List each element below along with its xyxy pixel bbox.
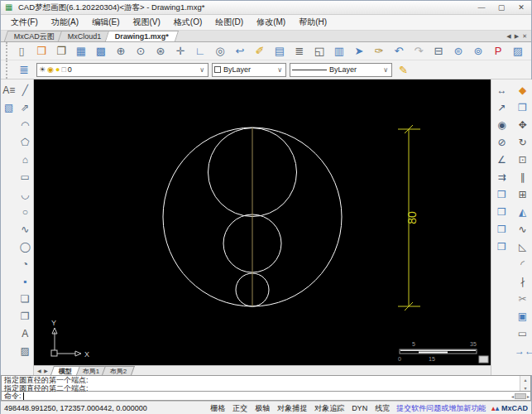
zoom-center-icon[interactable]: ◎ (210, 43, 230, 60)
layer-bulb-icon[interactable]: ● (55, 64, 60, 76)
scrollbar-thumb[interactable] (515, 393, 526, 399)
linetype-edit-pencil-icon[interactable]: ✎ (399, 64, 408, 76)
dim-continue-icon[interactable]: ⇉ (494, 169, 510, 186)
save-icon[interactable]: ▦ (71, 43, 91, 60)
status-toggle[interactable]: 线宽 (372, 403, 392, 414)
close-button[interactable]: ✕ (511, 2, 531, 14)
arc-icon[interactable]: ◠ (17, 117, 33, 134)
vertical-dimension-80[interactable]: 80 (398, 125, 420, 310)
scroll-right-icon[interactable]: ▸ (527, 393, 530, 399)
color-palette-icon[interactable]: ▤ (270, 43, 290, 60)
menu-item[interactable]: 格式(O) (167, 15, 208, 30)
layout-tab[interactable]: 布局2 (102, 366, 135, 375)
print-icon[interactable]: ⊟ (429, 43, 448, 60)
dim-aligned-icon[interactable]: ↗ (494, 99, 510, 117)
canvas-corner-grip[interactable] (479, 356, 488, 363)
ellipse-arc-icon[interactable]: ◔ (17, 256, 33, 273)
mtext-lines-icon[interactable]: ≣ (290, 43, 309, 60)
zoom-scale-icon[interactable]: ⊕ (111, 43, 131, 60)
move-icon[interactable]: ✥ (515, 117, 530, 134)
tab-close-icon[interactable]: ✕ (522, 33, 527, 40)
quick-dim-icon[interactable]: ❒ (494, 204, 510, 221)
mtext-icon[interactable]: A≡ (1, 82, 17, 99)
save-as-icon[interactable]: ▩ (91, 43, 111, 60)
zoom-previous-icon[interactable]: ↩ (230, 43, 250, 60)
point-icon[interactable]: ▪ (17, 273, 33, 291)
status-toggle[interactable]: 对象追踪 (312, 403, 347, 414)
mirror-icon[interactable]: ◭ (515, 204, 530, 221)
zoom-dynamic-icon[interactable]: ⊛ (151, 43, 170, 60)
layer-lock-icon[interactable]: ◉ (47, 64, 54, 76)
insert-block-icon[interactable]: ❏ (17, 291, 33, 308)
toolbar-grip[interactable] (6, 42, 9, 60)
layer-dropdown[interactable]: ☀ ◉ ● □ 0 ∨ (36, 63, 208, 77)
fillet-icon[interactable]: ◜ (515, 256, 530, 273)
dim-update-icon[interactable]: ❒ (494, 238, 510, 256)
dim-diameter-icon[interactable]: ⊘ (494, 134, 510, 152)
history-scrollbar[interactable]: ▴ ▾ (520, 376, 530, 391)
viewport-icon[interactable]: ◱ (309, 43, 329, 60)
status-toggle[interactable]: 正交 (230, 403, 250, 414)
display-config-icon[interactable]: ▥ (329, 43, 349, 60)
ucs-axes-icon[interactable]: ∟ (190, 43, 210, 60)
feedback-link[interactable]: 提交软件问题或增加新功能 (395, 403, 487, 414)
status-toggle[interactable]: DYN (349, 403, 370, 414)
tab-scroll-left-icon[interactable]: ◀ (506, 33, 510, 40)
copy-icon[interactable]: ❐ (515, 99, 530, 117)
chamfer-icon[interactable]: ◺ (515, 238, 530, 256)
circle-icon[interactable]: ○ (17, 204, 33, 221)
menu-item[interactable]: 文件(F) (4, 15, 45, 30)
dim-edit-icon[interactable]: ❒ (494, 221, 510, 238)
chevron-down-icon[interactable]: ∨ (276, 66, 284, 74)
status-toggle[interactable]: 对象捕捉 (275, 403, 309, 414)
new-file-icon[interactable]: ▯ (12, 43, 31, 60)
layer-onoff-icon[interactable]: ☀ (39, 64, 46, 76)
menu-item[interactable]: 绘图(D) (208, 15, 250, 30)
command-hscrollbar[interactable]: ◂ ▸ (511, 392, 530, 400)
redo-icon[interactable]: ↷ (409, 43, 429, 60)
document-tab[interactable]: MxCloud1 (58, 31, 112, 41)
scroll-up-icon[interactable]: ▴ (524, 376, 526, 384)
break-icon[interactable]: ∤ (515, 273, 530, 291)
open-drawing-icon[interactable]: ❒ (31, 43, 51, 60)
insert-image-icon[interactable]: ▨ (17, 343, 33, 360)
drawing-svg[interactable]: 80 5 35 0 15 (34, 79, 491, 365)
dim-angular-icon[interactable]: ∠ (494, 152, 510, 169)
erase-icon[interactable]: ◆ (515, 82, 530, 99)
layer-manager-icon[interactable]: ≣ (15, 63, 33, 76)
ellipse-icon[interactable]: ◯ (17, 238, 33, 256)
layout-tab[interactable]: 模型 (50, 366, 80, 375)
chevron-down-icon[interactable]: ∨ (381, 66, 390, 74)
menu-item[interactable]: 视图(V) (126, 15, 166, 30)
polygon-edge-icon[interactable]: ⌂ (17, 152, 33, 169)
rotate-icon[interactable]: ↻ (515, 134, 530, 152)
chevron-down-icon[interactable]: ∨ (198, 66, 206, 74)
polyline-icon[interactable]: ⇗ (17, 99, 33, 117)
scroll-left-icon[interactable]: ◂ (511, 393, 514, 399)
offset-icon[interactable]: ∥ (515, 169, 530, 186)
document-tab[interactable]: Drawing1.mxg* (104, 31, 178, 41)
open-folder-icon[interactable]: ❐ (51, 43, 71, 60)
arc-3point-icon[interactable]: ◡ (17, 186, 33, 204)
draw-settings-pencil-icon[interactable]: ✐ (250, 43, 270, 60)
undo-icon[interactable]: ↶ (389, 43, 409, 60)
create-block-icon[interactable]: ❐ (17, 308, 33, 325)
select-cursor-icon[interactable]: ➤ (349, 43, 369, 60)
rectangle-icon[interactable]: ▭ (17, 169, 33, 186)
maximize-button[interactable]: ▢ (491, 2, 511, 14)
menu-item[interactable]: 功能(A) (45, 15, 85, 30)
command-input-row[interactable]: 命令: ◂ ▸ (1, 392, 531, 401)
status-toggle[interactable]: 栅格 (208, 403, 228, 414)
dim-linear-icon[interactable]: ↔ (494, 82, 510, 99)
zoom-window-icon[interactable]: ⊙ (131, 43, 151, 60)
drawing-canvas[interactable]: 80 5 35 0 15 (34, 79, 491, 365)
spline-edit-icon[interactable]: ∿ (515, 221, 530, 238)
join-icon[interactable]: →← (515, 343, 530, 360)
toolbar-grip[interactable] (6, 60, 9, 79)
pdf-export-icon[interactable]: P (488, 43, 508, 60)
tab-scroll-right-icon[interactable]: ▶ (515, 33, 519, 40)
hatch-icon[interactable]: ▧ (1, 99, 17, 117)
menu-item[interactable]: 编辑(E) (85, 15, 126, 30)
region-icon[interactable]: ▭ (515, 325, 530, 343)
line-icon[interactable]: ╱ (17, 82, 33, 99)
